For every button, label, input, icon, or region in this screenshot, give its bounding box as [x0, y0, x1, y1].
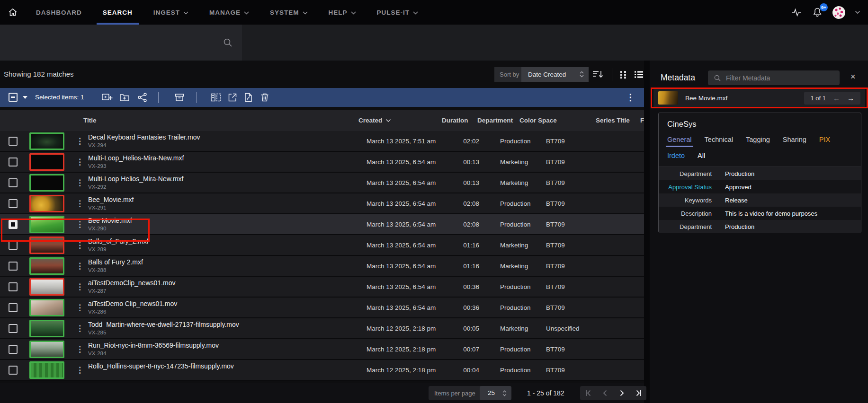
activity-button[interactable]: [791, 7, 802, 18]
column-header-created[interactable]: Created: [358, 110, 391, 131]
select-all-checkbox[interactable]: [9, 93, 18, 102]
row-thumbnail[interactable]: [29, 237, 64, 254]
row-checkbox[interactable]: [9, 324, 18, 333]
nav-item-dashboard[interactable]: DASHBOARD: [26, 0, 92, 25]
table-row[interactable]: ⋮ Decal Keyboard Fantasies Trailer.mov V…: [0, 131, 644, 152]
row-checkbox[interactable]: [9, 178, 18, 187]
row-more-button[interactable]: ⋮: [76, 157, 84, 167]
nav-item-search[interactable]: SEARCH: [92, 0, 143, 25]
nav-item-system[interactable]: SYSTEM: [260, 0, 318, 25]
table-row[interactable]: ⋮ Balls of Fury 2.mxf VX-288 March 13 20…: [0, 256, 644, 277]
column-header-clipped[interactable]: F: [640, 110, 644, 131]
row-checkbox[interactable]: [9, 241, 18, 250]
row-more-button[interactable]: ⋮: [76, 219, 84, 229]
column-header-color-space[interactable]: Color Space: [519, 110, 557, 131]
create-collection-button[interactable]: [119, 92, 130, 103]
metadata-tab-tagging[interactable]: Tagging: [746, 136, 770, 146]
table-row[interactable]: ⋮ aiTestDemoClip_news01.mov VX-287 March…: [0, 277, 644, 298]
row-thumbnail[interactable]: [29, 320, 64, 337]
selected-asset-thumbnail[interactable]: [658, 91, 678, 105]
row-checkbox[interactable]: [9, 345, 18, 354]
row-checkbox[interactable]: [9, 262, 18, 271]
row-checkbox[interactable]: [9, 158, 18, 166]
column-header-duration[interactable]: Duration: [442, 110, 468, 131]
row-thumbnail[interactable]: [29, 132, 64, 150]
export-button[interactable]: [227, 92, 238, 103]
nav-item-help[interactable]: HELP: [318, 0, 367, 25]
row-thumbnail[interactable]: [29, 278, 64, 296]
row-thumbnail[interactable]: [29, 216, 64, 233]
previous-page-button[interactable]: [600, 388, 610, 398]
row-checkbox[interactable]: [9, 137, 18, 146]
row-checkbox[interactable]: [9, 282, 18, 291]
add-to-collection-button[interactable]: [101, 92, 113, 103]
sort-direction-button[interactable]: [592, 69, 604, 80]
table-row[interactable]: ⋮ Balls_of_Fury_2.mxf VX-289 March 13 20…: [0, 235, 644, 256]
avatar[interactable]: [832, 6, 845, 19]
table-row[interactable]: ⋮ Run_Riot-nyc-in-8mm-36569-filmsupply.m…: [0, 339, 644, 360]
row-thumbnail[interactable]: [29, 299, 64, 316]
archive-button[interactable]: [174, 92, 185, 103]
row-more-button[interactable]: ⋮: [76, 282, 84, 292]
row-more-button[interactable]: ⋮: [76, 324, 84, 333]
row-more-button[interactable]: ⋮: [76, 261, 84, 271]
row-more-button[interactable]: ⋮: [76, 240, 84, 250]
edit-metadata-button[interactable]: [243, 92, 254, 103]
table-row[interactable]: ⋮ Multi-Loop_Helios-Mira-New.mxf VX-293 …: [0, 152, 644, 173]
row-more-button[interactable]: ⋮: [76, 136, 84, 146]
row-thumbnail[interactable]: [29, 195, 64, 212]
row-checkbox[interactable]: [9, 303, 18, 312]
select-menu-caret-icon[interactable]: [23, 96, 27, 99]
row-more-button[interactable]: ⋮: [76, 344, 84, 354]
row-checkbox[interactable]: [9, 220, 18, 229]
metadata-tab-all[interactable]: All: [698, 152, 705, 162]
global-search[interactable]: [0, 25, 242, 61]
items-per-page-select[interactable]: 25: [480, 386, 511, 400]
table-row[interactable]: ⋮ aiTestDemo Clip_news01.mov VX-286 Marc…: [0, 298, 644, 318]
metadata-tab-technical[interactable]: Technical: [705, 136, 733, 146]
user-menu-chevron-icon[interactable]: [855, 10, 860, 14]
nav-item-ingest[interactable]: INGEST: [143, 0, 199, 25]
share-button[interactable]: [137, 92, 148, 103]
previous-asset-button[interactable]: ←: [833, 94, 840, 102]
row-checkbox[interactable]: [9, 366, 18, 375]
delete-button[interactable]: [260, 92, 270, 103]
metadata-tab-sharing[interactable]: Sharing: [783, 136, 806, 146]
row-more-button[interactable]: ⋮: [76, 199, 84, 209]
nav-item-manage[interactable]: MANAGE: [199, 0, 260, 25]
notifications-button[interactable]: 9+: [812, 7, 823, 18]
row-thumbnail[interactable]: [29, 153, 64, 171]
metadata-filter-input[interactable]: [726, 74, 834, 82]
metadata-tab-pix[interactable]: PIX: [819, 136, 830, 146]
row-more-button[interactable]: ⋮: [76, 365, 84, 375]
list-view-button[interactable]: [634, 70, 644, 79]
row-thumbnail[interactable]: [29, 341, 64, 358]
table-row[interactable]: ⋮ Rollo_Hollins-super-8-nyc-147235-films…: [0, 360, 644, 381]
next-asset-button[interactable]: →: [847, 94, 854, 102]
toolbar-more-button[interactable]: ⋮: [626, 92, 635, 103]
close-panel-button[interactable]: ×: [850, 72, 856, 82]
row-thumbnail[interactable]: [29, 257, 64, 275]
table-row[interactable]: ⋮ Todd_Martin-where-we-dwell-27137-films…: [0, 318, 644, 339]
next-page-button[interactable]: [617, 388, 626, 398]
grid-view-button[interactable]: [618, 70, 628, 79]
row-more-button[interactable]: ⋮: [76, 178, 84, 188]
row-checkbox[interactable]: [9, 199, 18, 208]
metadata-tab-irdeto[interactable]: Irdeto: [667, 152, 685, 162]
column-header-series-title[interactable]: Series Title: [596, 110, 630, 131]
home-button[interactable]: [0, 0, 26, 25]
column-header-department[interactable]: Department: [477, 110, 513, 131]
sort-select[interactable]: Date Created: [521, 67, 589, 82]
table-row[interactable]: ⋮ Bee Movie.mxf VX-290 March 13 2025, 6:…: [0, 214, 644, 235]
column-header-title[interactable]: Title: [83, 110, 97, 131]
metadata-tab-general[interactable]: General: [667, 136, 692, 146]
last-page-button[interactable]: [634, 388, 643, 398]
table-row[interactable]: ⋮ Bee_Movie.mxf VX-291 March 13 2025, 6:…: [0, 193, 644, 214]
metadata-filter[interactable]: [708, 70, 840, 85]
nav-item-pulse-it[interactable]: PULSE-IT: [367, 0, 429, 25]
compare-button[interactable]: [210, 92, 222, 103]
table-row[interactable]: ⋮ Multi-Loop Helios_Mira-New.mxf VX-292 …: [0, 173, 644, 193]
first-page-button[interactable]: [584, 388, 593, 398]
row-thumbnail[interactable]: [29, 174, 64, 192]
search-input[interactable]: [0, 39, 242, 47]
